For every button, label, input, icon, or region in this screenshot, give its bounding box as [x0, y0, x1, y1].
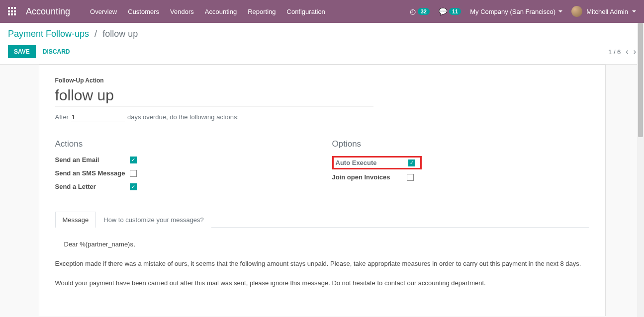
message-greeting: Dear %(partner_name)s, — [55, 239, 589, 250]
user-name: Mitchell Admin — [586, 8, 628, 15]
join-invoices-label: Join open Invoices — [332, 173, 407, 181]
messages-indicator[interactable]: 💬 11 — [439, 7, 461, 15]
send-sms-checkbox[interactable] — [130, 170, 137, 177]
pager-prev-icon[interactable]: ‹ — [626, 47, 628, 56]
join-invoices-row: Join open Invoices — [332, 173, 589, 181]
send-email-label: Send an Email — [55, 156, 130, 163]
form-sheet: Follow-Up Action After days overdue, do … — [39, 65, 606, 316]
tab-customize[interactable]: How to customize your messages? — [96, 212, 211, 228]
join-invoices-checkbox[interactable] — [407, 174, 414, 181]
after-suffix: days overdue, do the following actions: — [127, 113, 239, 121]
app-brand[interactable]: Accounting — [26, 6, 70, 17]
activity-indicator[interactable]: ◴ 32 — [410, 7, 430, 15]
actions-title: Actions — [55, 139, 312, 149]
pager-next-icon[interactable]: › — [634, 47, 636, 56]
auto-execute-highlight: Auto Execute — [332, 156, 422, 169]
message-body[interactable]: Dear %(partner_name)s, Exception made if… — [55, 228, 589, 309]
chat-icon: 💬 — [439, 7, 447, 15]
nav-reporting[interactable]: Reporting — [248, 8, 276, 15]
nav-customers[interactable]: Customers — [128, 8, 159, 15]
top-nav: Accounting Overview Customers Vendors Ac… — [0, 0, 644, 23]
message-p2: Would your payment have been carried out… — [55, 278, 589, 289]
user-menu[interactable]: Mitchell Admin — [571, 6, 636, 17]
name-input[interactable] — [55, 86, 373, 106]
options-title: Options — [332, 139, 589, 149]
activity-badge: 32 — [418, 8, 430, 15]
discard-button[interactable]: DISCARD — [43, 48, 70, 55]
nav-overview[interactable]: Overview — [90, 8, 117, 15]
save-button[interactable]: SAVE — [8, 45, 36, 58]
company-switcher[interactable]: My Company (San Francisco) — [470, 8, 562, 15]
auto-execute-checkbox[interactable] — [408, 159, 415, 166]
send-letter-row: Send a Letter — [55, 183, 312, 190]
button-row: SAVE DISCARD 1 / 6 ‹ › — [8, 45, 636, 58]
tabs: Message How to customize your messages? — [55, 211, 589, 228]
delay-input[interactable] — [71, 113, 125, 122]
avatar — [571, 6, 582, 17]
nav-vendors[interactable]: Vendors — [170, 8, 194, 15]
nav-configuration[interactable]: Configuration — [287, 8, 325, 15]
auto-execute-label: Auto Execute — [336, 159, 408, 166]
breadcrumb-current: follow up — [102, 29, 138, 39]
clock-icon: ◴ — [410, 7, 416, 15]
main-area: Follow-Up Action After days overdue, do … — [0, 65, 644, 316]
after-prefix: After — [55, 113, 69, 121]
send-letter-checkbox[interactable] — [130, 183, 137, 190]
options-column: Options Auto Execute Join open Invoices — [332, 139, 589, 196]
scrollbar-thumb[interactable] — [638, 23, 643, 137]
control-bar: Payment Follow-ups / follow up SAVE DISC… — [0, 23, 644, 65]
chevron-down-icon — [558, 10, 562, 12]
tab-message[interactable]: Message — [55, 212, 96, 228]
pager: 1 / 6 ‹ › — [608, 47, 636, 56]
scrollbar[interactable] — [637, 23, 644, 316]
messages-badge: 11 — [449, 8, 461, 15]
followup-action-label: Follow-Up Action — [55, 77, 589, 84]
nav-accounting[interactable]: Accounting — [205, 8, 237, 15]
breadcrumb: Payment Follow-ups / follow up — [8, 29, 636, 39]
send-email-row: Send an Email — [55, 156, 312, 163]
send-email-checkbox[interactable] — [130, 157, 137, 163]
pager-text: 1 / 6 — [608, 48, 621, 56]
message-p1: Exception made if there was a mistake of… — [55, 259, 589, 269]
breadcrumb-parent[interactable]: Payment Follow-ups — [8, 29, 89, 39]
nav-links: Overview Customers Vendors Accounting Re… — [90, 8, 410, 15]
breadcrumb-sep: / — [94, 29, 97, 39]
apps-icon[interactable] — [8, 7, 17, 16]
actions-column: Actions Send an Email Send an SMS Messag… — [55, 139, 312, 196]
send-letter-label: Send a Letter — [55, 183, 130, 190]
send-sms-label: Send an SMS Message — [55, 169, 130, 177]
company-name: My Company (San Francisco) — [470, 8, 555, 15]
delay-row: After days overdue, do the following act… — [55, 113, 589, 122]
nav-right: ◴ 32 💬 11 My Company (San Francisco) Mit… — [410, 6, 636, 17]
send-sms-row: Send an SMS Message — [55, 169, 312, 177]
chevron-down-icon — [632, 10, 636, 12]
